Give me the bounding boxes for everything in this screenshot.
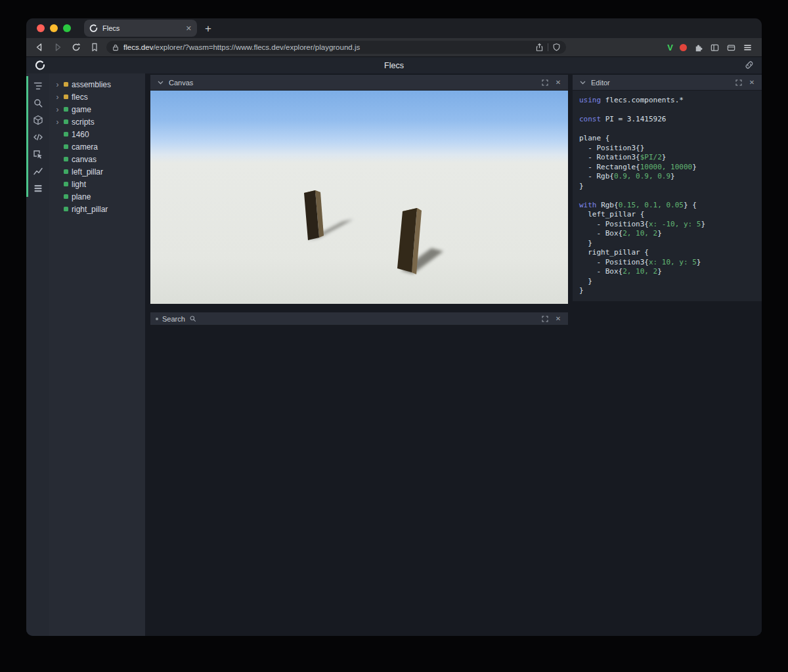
tree-item-label: scripts [72,117,95,127]
code-line: } [579,182,755,192]
code-line: - Position3{} [579,144,755,154]
code-editor[interactable]: using flecs.components.* const PI = 3.14… [573,91,762,301]
code-line: - Rotation3{$PI/2} [579,153,755,163]
bookmarks-icon[interactable] [88,41,101,53]
tab-title: Flecs [102,24,181,32]
inspect-icon[interactable] [26,146,49,163]
share-icon[interactable] [535,43,544,52]
cube-icon[interactable] [26,112,49,129]
code-line: const PI = 3.1415926 [579,115,755,125]
browser-tab[interactable]: Flecs ✕ [84,20,197,37]
expand-chevron-icon[interactable]: › [55,106,60,114]
wallet-icon[interactable] [726,43,736,52]
magnifier-icon [189,315,196,322]
code-line [579,191,755,201]
tree-item-label: camera [72,142,98,152]
tree-item-label: light [72,180,86,189]
menu-hamburger-icon[interactable] [743,43,753,52]
stats-icon[interactable] [26,180,49,197]
chart-icon[interactable] [26,163,49,180]
search-panel: Search ✕ [150,312,568,326]
tree-item-game[interactable]: ›game [49,103,145,116]
entity-color-square [64,107,68,112]
desktop-background: Flecs ✕ + flecs.dev/explore [0,0,788,672]
code-line: left_pillar { [579,210,755,220]
code-line: right_pillar { [579,248,755,258]
tree-item-left_pillar[interactable]: left_pillar [49,165,145,178]
code-line: } [579,277,755,287]
sky-and-ground [150,91,568,304]
entity-color-square [64,144,68,149]
tree-item-label: game [72,105,91,114]
tree-item-light[interactable]: light [49,178,145,190]
app-header: Flecs [26,56,762,74]
expand-icon[interactable] [734,78,743,87]
close-icon[interactable]: ✕ [554,78,563,87]
tree-item-right_pillar[interactable]: right_pillar [49,203,145,215]
tree-item-label: assemblies [72,80,111,89]
editor-panel-header[interactable]: Editor ✕ [573,75,762,91]
entity-tree-list: ›assemblies›flecs›game›scripts1460camera… [49,78,145,215]
extension-cluster: V [667,43,755,52]
browser-window: Flecs ✕ + flecs.dev/explore [26,18,762,636]
window-close-button[interactable] [37,24,45,32]
tree-item-scripts[interactable]: ›scripts [49,116,145,128]
tree-item-label: right_pillar [72,205,108,214]
expand-icon[interactable] [540,314,550,324]
code-line: } [579,286,755,296]
close-icon[interactable]: ✕ [747,78,756,87]
code-line: - Position3{x: 10, y: 5} [579,258,755,268]
chevron-down-icon[interactable] [578,78,587,87]
entity-color-square [64,119,68,124]
entity-color-square [64,157,68,161]
extensions-puzzle-icon[interactable] [693,43,703,52]
tree-item-1460[interactable]: 1460 [49,128,145,140]
expand-chevron-icon[interactable]: › [55,81,60,89]
3d-viewport[interactable] [150,91,568,304]
code-line: - Rectangle{10000, 10000} [579,163,755,173]
tree-item-camera[interactable]: camera [49,140,145,153]
code-line: } [579,239,755,249]
entity-color-square [64,132,68,136]
extension-v-icon[interactable]: V [667,43,673,52]
tree-item-canvas[interactable]: canvas [49,153,145,165]
canvas-panel-title: Canvas [169,79,193,87]
tree-item-plane[interactable]: plane [49,190,145,203]
forward-icon[interactable] [51,41,64,53]
url-divider [548,43,548,51]
share-link-icon[interactable] [745,60,754,70]
search-panel-header[interactable]: Search ✕ [150,312,568,326]
new-tab-button[interactable]: + [205,23,211,34]
tree-item-label: plane [72,192,91,201]
icon-rail [26,74,49,636]
collapsed-dot-icon[interactable] [156,318,158,320]
code-line: - Rgb{0.9, 0.9, 0.9} [579,172,755,182]
chevron-down-icon[interactable] [156,78,165,87]
canvas-panel-header[interactable]: Canvas ✕ [150,75,568,91]
tree-item-flecs[interactable]: ›flecs [49,91,145,103]
expand-chevron-icon[interactable]: › [55,118,60,126]
brave-shield-icon[interactable] [552,43,561,52]
tab-close-icon[interactable]: ✕ [186,24,192,33]
code-line: with Rgb{0.15, 0.1, 0.05} { [579,201,755,211]
tree-item-label: 1460 [72,130,89,139]
entity-tree-icon[interactable] [26,77,49,94]
close-icon[interactable]: ✕ [554,314,563,324]
expand-icon[interactable] [540,78,550,87]
code-icon[interactable] [26,129,49,146]
extension-red-icon[interactable] [680,44,687,51]
entity-color-square [64,94,68,99]
code-line: - Box{2, 10, 2} [579,229,755,239]
url-bar[interactable]: flecs.dev/explorer/?wasm=https://www.fle… [106,41,566,54]
window-zoom-button[interactable] [63,24,71,32]
reload-icon[interactable] [70,41,83,53]
back-icon[interactable] [33,41,46,53]
editor-panel-title: Editor [591,79,610,87]
expand-chevron-icon[interactable]: › [55,93,60,101]
url-text: flecs.dev/explorer/?wasm=https://www.fle… [123,43,531,51]
window-minimize-button[interactable] [50,24,58,32]
sidebar-toggle-icon[interactable] [710,43,720,52]
tree-item-assemblies[interactable]: ›assemblies [49,78,145,91]
search-icon[interactable] [26,94,49,112]
browser-toolbar: flecs.dev/explorer/?wasm=https://www.fle… [26,38,762,56]
